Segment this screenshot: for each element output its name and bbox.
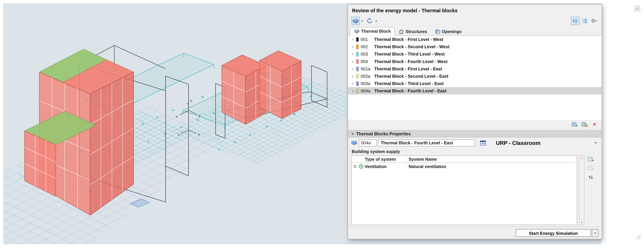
tab-thermal-block[interactable]: Thermal Block: [350, 27, 395, 35]
expander-icon[interactable]: ›: [350, 74, 356, 78]
tree-view-button[interactable]: [571, 17, 580, 25]
block-name: Thermal Block - Third Level - East: [374, 81, 444, 86]
window-icon: [435, 29, 440, 34]
reorder-handle-icon[interactable]: ⇅: [352, 164, 358, 169]
thermal-blocks-flyout-button[interactable]: ▸: [361, 17, 364, 25]
block-color-chip: [356, 81, 359, 86]
expander-icon[interactable]: ›: [350, 89, 356, 93]
thermal-block-row[interactable]: › 004 Thermal Block - Fourth Level - Wes…: [348, 58, 602, 65]
update-model-flyout-button[interactable]: ▸: [375, 17, 378, 25]
supply-side-actions: [586, 155, 595, 225]
dialog-title: Review of the energy model - Thermal blo…: [352, 8, 458, 14]
tree-view-icon: [572, 18, 578, 23]
settings-button[interactable]: ⚙ ▸: [590, 17, 598, 25]
supply-row[interactable]: ⇅ Ventilation Natural ventilation: [352, 163, 577, 170]
block-id: 002: [361, 44, 374, 49]
block-color-chip: [356, 89, 359, 93]
simulation-options-dropdown[interactable]: ▾: [592, 229, 598, 237]
operation-profile-icon: [480, 140, 486, 145]
refresh-icon: [367, 18, 372, 24]
block-name: Thermal Block - First Level - East: [374, 66, 442, 71]
expander-icon[interactable]: ›: [350, 37, 356, 41]
supply-section-label: Building system supply: [348, 148, 602, 155]
list-view-button[interactable]: [580, 17, 589, 25]
close-icon: ✕: [636, 7, 639, 10]
dialog-titlebar[interactable]: Review of the energy model - Thermal blo…: [348, 4, 602, 16]
add-system-button[interactable]: [587, 156, 595, 163]
block-name: Thermal Block - Fourth Level - West: [374, 59, 448, 64]
block-color-chip: [356, 52, 359, 56]
thermal-block-cube-icon: [352, 18, 359, 23]
add-zones-to-block-button[interactable]: [581, 121, 589, 128]
thermal-block-row[interactable]: › 003a Thermal Block - Third Level - Eas…: [348, 80, 602, 87]
block-name: Thermal Block - Third Level - West: [374, 51, 445, 56]
window-resize-grip[interactable]: [635, 234, 640, 239]
properties-section-header[interactable]: ▾ Thermal Blocks Properties: [348, 130, 602, 137]
block-name-field[interactable]: Thermal Block - Fourth Level - East: [378, 139, 475, 146]
column-system-name: System Name: [406, 157, 577, 162]
collapse-arrow-icon[interactable]: ▾: [352, 132, 353, 136]
supply-table-scrollbar[interactable]: ▲ ▼: [579, 155, 584, 225]
block-id-field[interactable]: 004a: [359, 139, 377, 146]
thermal-block-list: › 001 Thermal Block - First Level - West…: [348, 36, 602, 120]
tab-label: Thermal Block: [361, 29, 391, 34]
flyout-arrow-icon: ▸: [376, 19, 377, 22]
delete-thermal-block-button[interactable]: ✕: [590, 121, 598, 128]
start-energy-simulation-button[interactable]: Start Energy Simulation: [516, 229, 591, 237]
expander-icon[interactable]: ›: [350, 45, 356, 49]
thermal-block-row[interactable]: › 001a Thermal Block - First Level - Eas…: [348, 65, 602, 72]
expander-icon[interactable]: ›: [350, 67, 356, 71]
thermal-block-row-selected[interactable]: › 004a Thermal Block - Fourth Level - Ea…: [348, 87, 602, 94]
block-id: 004a: [361, 88, 374, 93]
list-actions: ✕: [348, 120, 602, 129]
tab-label: Structures: [406, 29, 427, 34]
update-model-button[interactable]: [365, 17, 374, 25]
expander-icon[interactable]: ›: [350, 52, 356, 56]
thermal-block-cube-icon: [354, 29, 360, 33]
flyout-arrow-icon: ▸: [596, 19, 597, 22]
axis-z-label: z: [190, 99, 192, 103]
axis-y-label: y: [198, 113, 201, 118]
thermal-block-row[interactable]: › 003 Thermal Block - Third Level - West: [348, 50, 602, 58]
operation-profile-value: URP - Classroom: [496, 140, 540, 146]
new-block-icon: [572, 122, 578, 127]
flyout-arrow-icon: ▸: [362, 19, 363, 22]
block-id: 003: [361, 51, 374, 56]
block-color-chip: [356, 66, 359, 71]
supply-table-header: Type of system System Name: [352, 156, 577, 163]
system-type-cell: Ventilation: [365, 164, 406, 169]
remove-system-button[interactable]: [587, 165, 595, 172]
block-id: 001a: [361, 66, 374, 71]
delete-icon: ✕: [592, 122, 596, 127]
east-buildings: [222, 51, 301, 124]
new-thermal-block-button[interactable]: [571, 121, 579, 128]
block-color-chip: [356, 44, 359, 49]
axis-y-label: y: [198, 132, 200, 136]
reorder-systems-button[interactable]: [587, 174, 595, 181]
expander-icon[interactable]: ›: [350, 59, 356, 63]
system-name-cell: Natural ventilation: [406, 164, 577, 169]
block-name: Thermal Block - Second Level - East: [374, 74, 448, 79]
axis-x-label: x: [176, 114, 178, 119]
add-system-icon: [588, 157, 594, 162]
thermal-blocks-view-button[interactable]: [351, 17, 360, 25]
ventilation-icon: [358, 164, 365, 169]
properties-section-title: Thermal Blocks Properties: [356, 131, 411, 136]
app-window: z x y x y ✕ Review of the energy model -…: [0, 0, 644, 248]
scroll-up-icon[interactable]: ▲: [581, 157, 583, 159]
tab-openings[interactable]: Openings: [431, 27, 466, 36]
thermal-block-row[interactable]: › 002 Thermal Block - Second Level - Wes…: [348, 43, 602, 50]
expander-icon[interactable]: ›: [350, 82, 356, 86]
flyout-arrow-icon: ▸: [595, 141, 597, 144]
supply-table: Type of system System Name ⇅ Ventilation…: [351, 155, 577, 225]
scroll-down-icon[interactable]: ▼: [581, 221, 583, 224]
energy-model-review-dialog: Review of the energy model - Thermal blo…: [348, 4, 602, 239]
operation-profile-dropdown[interactable]: URP - Classroom ▸: [488, 139, 598, 146]
thermal-block-row[interactable]: › 002a Thermal Block - Second Level - Ea…: [348, 72, 602, 80]
block-color-chip: [356, 74, 359, 78]
tab-structures[interactable]: Structures: [395, 27, 431, 36]
thermal-block-row[interactable]: › 001 Thermal Block - First Level - West: [348, 36, 602, 43]
window-close-button[interactable]: ✕: [634, 6, 640, 11]
dialog-tabs: Thermal Block Structures Openings: [348, 26, 602, 36]
gear-icon: ⚙: [591, 18, 595, 24]
